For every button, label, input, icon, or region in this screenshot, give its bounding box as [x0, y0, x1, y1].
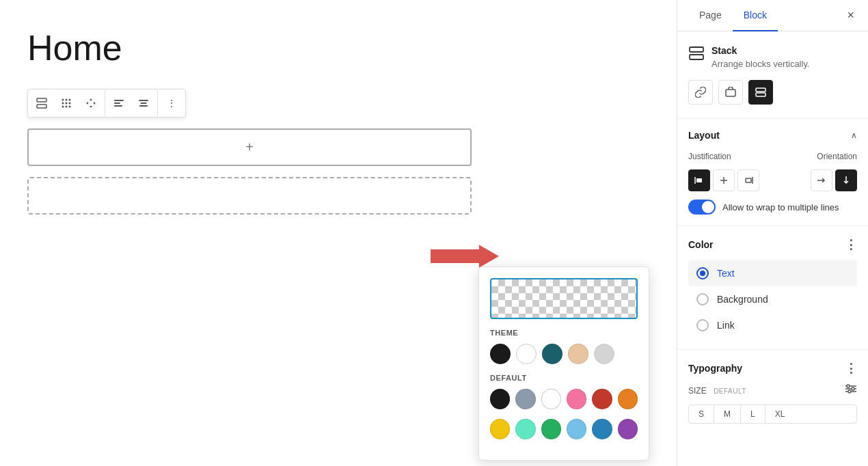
wrap-toggle[interactable]	[688, 200, 716, 215]
default-swatch-blue[interactable]	[592, 419, 612, 439]
justify-center-btn[interactable]	[713, 169, 735, 191]
orient-horizontal-btn[interactable]	[811, 169, 832, 191]
layout-section: Layout ∧ Justification Orientation	[677, 119, 868, 226]
orient-vertical-btn[interactable]	[835, 169, 857, 191]
grid-btn[interactable]	[54, 91, 79, 115]
wrap-toggle-row: Allow to wrap to multiple lines	[688, 200, 857, 215]
more-options-btn[interactable]: ⋮	[159, 91, 184, 115]
add-block[interactable]: +	[27, 128, 472, 166]
color-option-link[interactable]: Link	[688, 312, 857, 338]
layout-header: Layout ∧	[688, 130, 857, 141]
justify-right-btn[interactable]	[737, 169, 759, 191]
more-icon: ⋮	[167, 98, 176, 109]
svg-marker-17	[431, 245, 499, 267]
default-swatch-purple[interactable]	[618, 419, 638, 439]
theme-swatch-black[interactable]	[490, 344, 511, 364]
size-label: SIZE	[688, 386, 707, 396]
stack-header: Stack Arrange blocks vertically.	[688, 45, 857, 69]
size-row: SIZE DEFAULT	[688, 384, 857, 396]
adjust-icon[interactable]	[845, 384, 857, 396]
theme-swatch-white[interactable]	[516, 344, 537, 364]
color-option-text[interactable]: Text	[688, 260, 857, 286]
default-swatches-row2	[490, 419, 638, 439]
svg-point-2	[62, 99, 64, 101]
default-swatch-pink[interactable]	[567, 389, 586, 409]
color-option-background[interactable]: Background	[688, 286, 857, 312]
default-swatch-green[interactable]	[541, 419, 561, 439]
size-l-btn[interactable]: L	[741, 405, 765, 423]
default-swatch-sky[interactable]	[567, 419, 586, 439]
svg-rect-28	[746, 178, 751, 182]
svg-rect-24	[696, 178, 702, 182]
svg-point-10	[69, 106, 71, 108]
stack-title: Stack	[711, 45, 810, 56]
stack-btn[interactable]	[29, 91, 54, 115]
default-swatch-black[interactable]	[490, 389, 510, 409]
typography-header: Typography ⋮	[688, 361, 857, 376]
svg-point-34	[847, 385, 850, 387]
orientation-label: Orientation	[817, 152, 857, 161]
svg-point-6	[66, 102, 68, 105]
typography-section: Typography ⋮ SIZE DEFAULT S M	[677, 350, 868, 435]
default-swatch-red[interactable]	[592, 389, 612, 409]
default-swatch-gray[interactable]	[515, 389, 535, 409]
svg-point-5	[62, 102, 64, 105]
sidebar-tabs: Page Block ×	[677, 0, 868, 31]
align-left-btn[interactable]	[107, 91, 131, 115]
collapse-icon[interactable]: ∧	[851, 131, 857, 140]
size-buttons: S M L XL	[688, 405, 857, 424]
stack-action-link[interactable]	[688, 80, 713, 105]
stack-action-stack[interactable]	[748, 80, 773, 105]
svg-rect-21	[756, 88, 765, 92]
stack-subtitle: Arrange blocks vertically.	[711, 59, 810, 69]
color-more-icon[interactable]: ⋮	[845, 237, 857, 252]
default-swatch-orange[interactable]	[618, 389, 638, 409]
color-label-link: Link	[717, 320, 735, 331]
typography-more-icon[interactable]: ⋮	[845, 361, 857, 376]
empty-block[interactable]	[27, 177, 472, 215]
orientation-controls	[811, 169, 857, 191]
svg-point-8	[62, 106, 64, 108]
svg-point-4	[69, 99, 71, 101]
size-s-btn[interactable]: S	[689, 405, 714, 423]
svg-point-7	[69, 102, 71, 105]
color-label-text: Text	[717, 268, 735, 279]
justification-controls-row	[688, 169, 857, 191]
justification-controls	[688, 169, 759, 191]
color-section-header: Color ⋮	[688, 237, 857, 252]
color-preview[interactable]	[490, 278, 638, 319]
theme-swatches	[490, 344, 638, 364]
default-swatch-white[interactable]	[541, 389, 561, 409]
align-center-btn[interactable]	[131, 91, 156, 115]
svg-rect-16	[139, 105, 148, 107]
toolbar-group-3: ⋮	[158, 90, 185, 117]
tab-block[interactable]: Block	[733, 0, 778, 31]
color-label-background: Background	[717, 294, 768, 305]
svg-rect-0	[37, 98, 46, 102]
svg-rect-1	[37, 105, 46, 108]
stack-action-box[interactable]	[718, 80, 743, 105]
size-xl-btn[interactable]: XL	[765, 405, 795, 423]
default-label: DEFAULT	[490, 374, 638, 382]
svg-point-35	[852, 387, 854, 390]
svg-rect-11	[114, 100, 124, 101]
move-btn[interactable]	[79, 91, 103, 115]
theme-swatch-teal[interactable]	[542, 344, 562, 364]
default-swatches-row1	[490, 389, 638, 409]
tab-page[interactable]: Page	[688, 0, 733, 31]
theme-swatch-lightgray[interactable]	[594, 344, 614, 364]
default-swatch-yellow[interactable]	[490, 419, 510, 439]
default-swatch-mint[interactable]	[515, 419, 535, 439]
theme-swatch-peach[interactable]	[568, 344, 588, 364]
toolbar-group-1	[28, 90, 105, 117]
svg-rect-19	[690, 55, 703, 59]
svg-point-3	[66, 99, 68, 101]
justification-label: Justification	[688, 152, 731, 161]
sidebar-close-button[interactable]: ×	[844, 5, 857, 25]
svg-rect-18	[690, 47, 703, 52]
size-m-btn[interactable]: M	[714, 405, 741, 423]
justify-left-btn[interactable]	[688, 169, 710, 191]
stack-info: Stack Arrange blocks vertically.	[711, 45, 810, 69]
svg-rect-14	[139, 100, 148, 101]
justification-row: Justification Orientation	[688, 152, 857, 161]
